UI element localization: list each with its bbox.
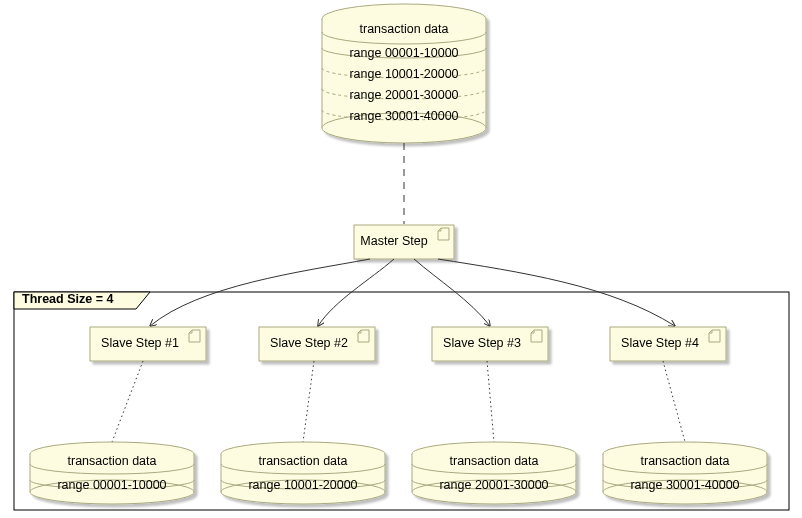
slave-db-4: transaction data range 30001-40000	[603, 442, 767, 504]
slave-step-4-card: Slave Step #4	[610, 327, 726, 361]
slave-db-2: transaction data range 10001-20000	[221, 442, 385, 504]
link-slave1-db	[112, 361, 143, 442]
document-icon	[531, 330, 542, 342]
slave-db-4-range: range 30001-40000	[630, 478, 739, 492]
slave-db-1: transaction data range 00001-10000	[30, 442, 194, 504]
master-step-label: Master Step	[360, 234, 427, 248]
slave-2-label: Slave Step #2	[270, 336, 348, 350]
document-icon	[358, 330, 369, 342]
slave-db-3: transaction data range 20001-30000	[412, 442, 576, 504]
slave-db-3-title: transaction data	[450, 454, 539, 468]
link-slave2-db	[303, 361, 314, 442]
slave-1-label: Slave Step #1	[101, 336, 179, 350]
top-db-row-2: range 20001-30000	[349, 88, 458, 102]
slave-db-1-range: range 00001-10000	[57, 478, 166, 492]
top-db-row-3: range 30001-40000	[349, 109, 458, 123]
top-db-row-1: range 10001-20000	[349, 67, 458, 81]
top-db-row-0: range 00001-10000	[349, 46, 458, 60]
top-db-title: transaction data	[360, 22, 449, 36]
slave-step-2-card: Slave Step #2	[259, 327, 375, 361]
frame-title: Thread Size = 4	[22, 292, 113, 306]
document-icon	[438, 228, 449, 240]
slave-3-label: Slave Step #3	[443, 336, 521, 350]
master-step-card: Master Step	[354, 225, 454, 259]
slave-db-2-range: range 10001-20000	[248, 478, 357, 492]
slave-db-2-title: transaction data	[259, 454, 348, 468]
document-icon	[709, 330, 720, 342]
slave-db-1-title: transaction data	[68, 454, 157, 468]
link-slave4-db	[663, 361, 685, 442]
slave-db-4-title: transaction data	[641, 454, 730, 468]
slave-4-label: Slave Step #4	[621, 336, 699, 350]
slave-db-3-range: range 20001-30000	[439, 478, 548, 492]
document-icon	[189, 330, 200, 342]
top-database: transaction data range 00001-10000 range…	[322, 4, 486, 143]
link-slave3-db	[487, 361, 494, 442]
slave-step-3-card: Slave Step #3	[432, 327, 548, 361]
slave-step-1-card: Slave Step #1	[90, 327, 206, 361]
